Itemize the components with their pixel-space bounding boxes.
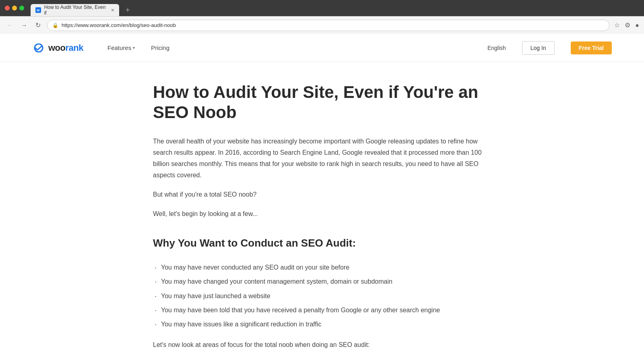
free-trial-button[interactable]: Free Trial <box>571 42 612 54</box>
pricing-label: Pricing <box>151 44 169 51</box>
profile-icon[interactable]: ● <box>635 22 639 29</box>
article-body: The overall health of your website has i… <box>153 136 491 357</box>
browser-toolbar: ← → ↻ 🔒 https://www.woorank.com/en/blog/… <box>0 16 644 34</box>
article-content: How to Audit Your Site, Even if You're a… <box>137 62 507 357</box>
nav-pricing[interactable]: Pricing <box>151 44 169 51</box>
tab-close-button[interactable]: × <box>111 7 114 13</box>
section1-list: You may have never conducted any SEO aud… <box>153 260 491 331</box>
tab-favicon: W <box>35 7 41 13</box>
intro-paragraph-1: The overall health of your website has i… <box>153 136 491 181</box>
list-item: You may have just launched a website <box>153 289 491 303</box>
list-item: You may have never conducted any SEO aud… <box>153 260 491 274</box>
features-label: Features <box>107 44 131 51</box>
minimize-window-dot[interactable] <box>12 6 17 10</box>
logo-text: woorank <box>48 43 83 53</box>
ssl-lock-icon: 🔒 <box>52 23 58 28</box>
list-item: You may have issues like a significant r… <box>153 317 491 331</box>
extensions-icon[interactable]: ⚙ <box>625 21 630 29</box>
maximize-window-dot[interactable] <box>19 6 24 10</box>
section1-closing: Let's now look at areas of focus for the… <box>153 339 491 351</box>
back-button[interactable]: ← <box>5 20 14 31</box>
browser-titlebar: W How to Audit Your Site, Even if × + <box>0 0 644 16</box>
logo-icon <box>32 43 45 53</box>
forward-button[interactable]: → <box>19 20 29 31</box>
language-selector[interactable]: English <box>487 45 506 51</box>
bookmark-icon[interactable]: ☆ <box>614 21 620 29</box>
reload-button[interactable]: ↻ <box>34 20 42 31</box>
nav-features[interactable]: Features ▾ <box>107 44 135 51</box>
login-button[interactable]: Log In <box>522 41 555 55</box>
new-tab-button[interactable]: + <box>126 6 130 15</box>
address-bar[interactable]: 🔒 https://www.woorank.com/en/blog/seo-au… <box>47 20 609 31</box>
logo[interactable]: woorank <box>32 43 83 53</box>
intro-paragraph-2: But what if you're a total SEO noob? <box>153 189 491 200</box>
active-tab[interactable]: W How to Audit Your Site, Even if × <box>31 4 119 16</box>
close-window-dot[interactable] <box>5 6 10 10</box>
url-text: https://www.woorank.com/en/blog/seo-audi… <box>62 22 176 28</box>
website-content: woorank Features ▾ Pricing English Log I… <box>0 34 644 357</box>
language-label: English <box>487 45 506 51</box>
list-item: You may have been told that you have rec… <box>153 303 491 317</box>
toolbar-actions: ☆ ⚙ ● <box>614 21 639 29</box>
intro-paragraph-3: Well, let's begin by looking at a few... <box>153 208 491 220</box>
features-chevron-icon: ▾ <box>133 46 135 50</box>
browser-window: W How to Audit Your Site, Even if × + ← … <box>0 0 644 357</box>
window-controls <box>5 6 24 10</box>
site-navigation: woorank Features ▾ Pricing English Log I… <box>0 34 644 62</box>
section1-heading: Why You Want to Conduct an SEO Audit: <box>153 234 491 253</box>
tab-title: How to Audit Your Site, Even if <box>44 4 108 16</box>
list-item: You may have changed your content manage… <box>153 274 491 289</box>
article-title: How to Audit Your Site, Even if You're a… <box>153 82 491 123</box>
